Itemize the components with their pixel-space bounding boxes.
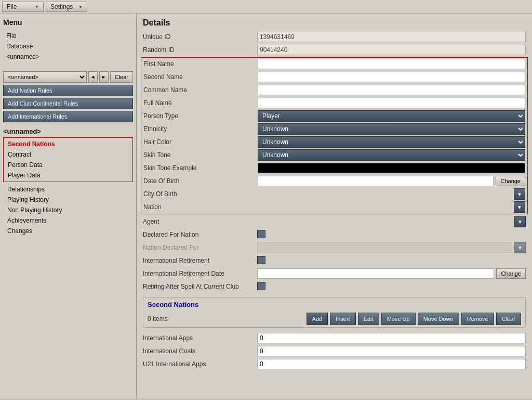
nav-next-btn[interactable]: ► [99,71,109,83]
person-type-select[interactable]: Player [258,110,525,122]
file-menu-arrow: ▼ [35,5,39,9]
add-nation-rules-btn[interactable]: Add Nation Rules [3,85,133,96]
nav-item-relationships[interactable]: Relationships [3,184,133,195]
international-retirement-label: International Retirement [143,257,257,264]
unique-id-label: Unique ID [143,33,257,41]
second-nations-remove-btn[interactable]: Remove [461,313,494,325]
first-name-label: First Name [143,60,258,68]
add-international-rules-btn[interactable]: Add International Rules [3,111,133,122]
date-of-birth-label: Date Of Birth [143,177,258,185]
second-nations-insert-btn[interactable]: Insert [330,313,356,325]
hair-color-select[interactable]: Unknown [258,136,525,148]
skin-tone-example-label: Skin Tone Example [143,164,258,172]
random-id-label: Random ID [143,46,257,54]
file-menu[interactable]: File ▼ [2,2,44,12]
full-name-label: Full Name [143,99,258,107]
content-area: Details Unique ID Random ID Firs [137,14,532,398]
sidebar-item-file[interactable]: File [3,31,133,41]
top-toolbar: File ▼ Settings ▼ [0,0,532,14]
section-red-box: First Name Second Name Common Name Full … [141,57,528,214]
nav-item-playing-history[interactable]: Playing History [3,195,133,205]
first-name-input[interactable] [258,59,525,69]
nation-declared-for-dropdown: ▼ [514,242,526,253]
sidebar-controls: <unnamed> ◄ ► Clear [3,71,133,83]
international-apps-input[interactable] [257,333,526,343]
agent-label: Agent [143,218,257,225]
nav-item-details[interactable]: Second Nations [4,139,132,149]
declared-for-nation-checkbox[interactable] [257,230,265,238]
full-name-input[interactable] [258,98,525,108]
international-retirement-checkbox[interactable] [257,256,265,264]
retiring-after-spell-checkbox[interactable] [257,282,265,290]
sidebar-select[interactable]: <unnamed> [3,71,87,83]
nav-list: Relationships Playing History Non Playin… [3,184,133,236]
nav-item-non-playing-history[interactable]: Non Playing History [3,205,133,215]
second-nations-move-down-btn[interactable]: Move Down [418,313,459,325]
nav-item-player-data[interactable]: Player Data [4,170,132,180]
second-nations-title: Second Nations [143,298,525,311]
person-type-label: Person Type [143,112,258,120]
date-of-birth-input[interactable] [258,176,494,186]
u21-international-apps-row: U21 International Apps [141,358,528,370]
international-retirement-date-input[interactable] [257,268,494,279]
nation-declared-for-row: Nation Declared For ▼ [141,241,528,254]
menu-title: Menu [3,18,133,27]
international-goals-row: International Goals [141,345,528,357]
skin-tone-select[interactable]: Unknown [258,149,525,161]
form-area: Unique ID Random ID First Name [137,31,532,375]
second-nations-edit-btn[interactable]: Edit [358,313,379,325]
sidebar: Menu File Database <unnamed> <unnamed> ◄… [0,14,137,398]
nation-declared-for-label: Nation Declared For [143,244,257,251]
sidebar-item-unnamed[interactable]: <unnamed> [3,51,133,62]
date-of-birth-change-btn[interactable]: Change [496,176,525,186]
common-name-label: Common Name [143,86,258,94]
second-name-input[interactable] [258,72,525,82]
agent-dropdown[interactable]: ▼ [514,216,526,227]
random-id-input[interactable] [257,45,526,55]
ethnicity-select[interactable]: Unknown [258,123,525,135]
nav-item-achievements[interactable]: Achievements [3,215,133,226]
nation-declared-for-input [257,242,512,253]
second-nations-move-up-btn[interactable]: Move Up [381,313,416,325]
declared-for-nation-label: Declared For Nation [143,231,257,238]
nav-item-changes[interactable]: Changes [3,226,133,236]
nav-group-box: Second Nations Contract Person Data Play… [3,137,133,182]
international-goals-input[interactable] [257,346,526,356]
settings-menu[interactable]: Settings ▼ [46,2,87,12]
content-title: Details [137,14,532,31]
first-name-row: First Name [141,58,527,70]
nation-row: Nation ▼ [141,201,527,213]
international-retirement-date-change-btn[interactable]: Change [496,268,526,279]
nation-label: Nation [143,203,258,211]
ethnicity-label: Ethnicity [143,125,258,133]
nav-item-contract[interactable]: Contract [4,149,132,160]
full-name-row: Full Name [141,97,527,109]
international-goals-label: International Goals [143,347,257,355]
random-id-row: Random ID [141,44,528,56]
add-club-continental-rules-btn[interactable]: Add Club Continental Rules [3,98,133,109]
date-of-birth-group: Change [258,176,525,186]
common-name-input[interactable] [258,85,525,95]
second-name-label: Second Name [143,73,258,81]
international-retirement-date-label: International Retirement Date [143,270,257,277]
city-of-birth-dropdown[interactable]: ▼ [514,188,525,200]
settings-menu-arrow: ▼ [78,5,83,9]
second-nations-clear-btn[interactable]: Clear [496,313,521,325]
unique-id-input[interactable] [257,32,526,42]
u21-international-apps-input[interactable] [257,359,526,369]
sidebar-item-database[interactable]: Database [3,41,133,51]
unique-id-row: Unique ID [141,31,528,43]
nation-dropdown[interactable]: ▼ [514,201,525,213]
u21-international-apps-label: U21 International Apps [143,360,257,368]
sidebar-section-unnamed: <unnamed> [3,127,133,135]
skin-tone-row: Skin Tone Unknown [141,149,527,161]
second-nations-add-btn[interactable]: Add [307,313,328,325]
second-nations-count: 0 items [148,315,304,322]
nav-prev-btn[interactable]: ◄ [88,71,98,83]
skin-tone-example-display [258,163,525,173]
common-name-row: Common Name [141,84,527,96]
clear-btn[interactable]: Clear [110,71,133,83]
nav-item-person-data[interactable]: Person Data [4,160,132,170]
intl-retirement-date-group: Change [257,268,526,279]
city-of-birth-row: City Of Birth ▼ [141,188,527,200]
